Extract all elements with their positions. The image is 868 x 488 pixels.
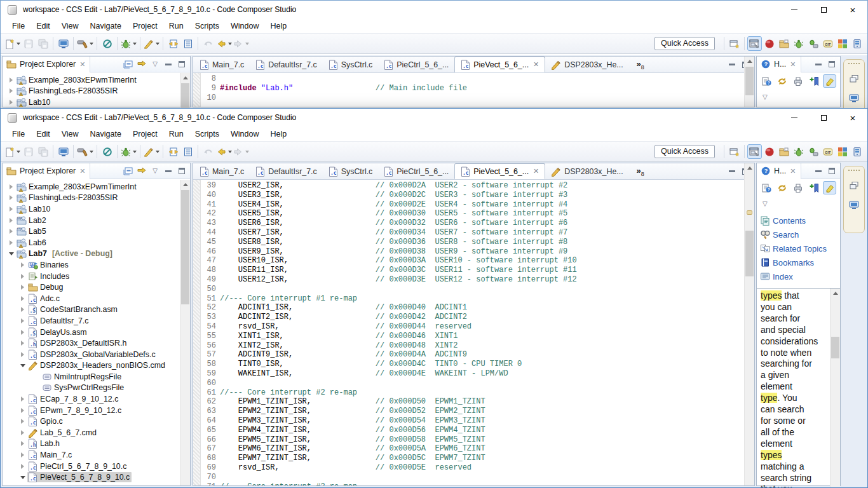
help-tab[interactable]: ? H... ✕ [757, 163, 801, 179]
help-show-in-toc-button[interactable]: ? [759, 181, 773, 194]
editor-tab[interactable]: .cSysCtrl.c [323, 57, 379, 72]
chevron-right-icon[interactable] [6, 100, 16, 105]
restore-views-button[interactable] [846, 72, 862, 88]
editor-scrollbar[interactable] [744, 163, 754, 485]
menu-item-run[interactable]: Run [163, 20, 189, 32]
perspective-button-persp-git[interactable]: GIT [820, 36, 835, 51]
editor-tab[interactable]: DSP2803x_He... [545, 57, 628, 72]
menu-item-window[interactable]: Window [225, 128, 264, 140]
collapse-all-button[interactable] [123, 166, 133, 176]
menu-item-file[interactable]: File [6, 128, 31, 140]
help-menu-arrow[interactable]: ▽ [757, 196, 840, 210]
tree-row[interactable]: Lab6 [3, 237, 179, 248]
help-highlight-button[interactable] [823, 74, 836, 88]
menu-item-window[interactable]: Window [225, 20, 264, 32]
tab-overflow-indicator[interactable]: »8 [637, 59, 644, 71]
quick-access-box[interactable]: Quick Access [654, 37, 715, 50]
link-editor-button[interactable] [137, 59, 147, 69]
forward-nav-dropdown-icon[interactable] [245, 43, 249, 45]
perspective-button-persp-resource[interactable] [835, 144, 850, 159]
chevron-right-icon[interactable] [6, 184, 16, 189]
perspective-button-persp-simple[interactable] [762, 144, 776, 159]
menu-item-scripts[interactable]: Scripts [189, 20, 225, 32]
chevron-right-icon[interactable] [18, 419, 27, 424]
flash-dropdown-icon[interactable] [156, 43, 159, 45]
scrollbar-up-button[interactable] [180, 180, 190, 189]
editor-tab[interactable]: DSP2803x_He... [545, 163, 628, 179]
tree-row[interactable]: FlashingLeds-F28035SIR [3, 193, 179, 204]
menu-item-run[interactable]: Run [163, 128, 189, 140]
scrollbar-thumb[interactable] [831, 337, 839, 358]
perspective-button-persp-debug-hw[interactable] [806, 36, 820, 51]
tab-close-icon[interactable]: ✕ [533, 167, 539, 175]
tree-row[interactable]: .cPieVect_5_6_7_8_9_10.c [3, 471, 179, 483]
menu-item-navigate[interactable]: Navigate [85, 128, 127, 140]
perspective-button-persp-ccs-edit[interactable] [747, 36, 762, 51]
chevron-right-icon[interactable] [18, 352, 27, 357]
new-file-dropdown-icon[interactable] [17, 43, 20, 45]
tree-row[interactable]: .cMain_7.c [3, 449, 179, 461]
menu-item-scripts[interactable]: Scripts [189, 128, 225, 140]
menu-item-edit[interactable]: Edit [31, 128, 56, 140]
toolbar-button-save[interactable] [21, 144, 36, 159]
maximize-view-button[interactable] [827, 166, 837, 176]
minimize-view-button[interactable] [727, 166, 737, 177]
build-dropdown-icon[interactable] [90, 151, 93, 153]
toolbar-button-forward-nav[interactable] [233, 144, 250, 159]
scrollbar-thumb[interactable] [745, 231, 754, 276]
help-highlight-button[interactable] [823, 181, 836, 194]
view-menu-button[interactable]: ▽ [150, 166, 160, 176]
chevron-right-icon[interactable] [6, 207, 16, 212]
scrollbar-up-button[interactable] [180, 73, 190, 83]
tree-row[interactable]: .SDelayUs.asm [3, 327, 179, 338]
menu-item-project[interactable]: Project [127, 128, 163, 140]
tree-row[interactable]: .hDSP2803x_DefaultISR.h [3, 337, 179, 349]
minimize-view-button[interactable] [813, 166, 824, 176]
toolbar-button-target-sync[interactable] [166, 144, 180, 159]
chevron-right-icon[interactable] [6, 240, 16, 245]
editor-tab[interactable]: .cPieCtrl_5_6_... [378, 57, 454, 72]
scrollbar-up-button[interactable] [745, 57, 754, 66]
code-editor[interactable]: 89#include "Lab.h" // Main include file1… [201, 73, 744, 107]
tree-row[interactable]: .cDSP2803x_GlobalVariableDefs.c [3, 349, 179, 360]
chevron-right-icon[interactable] [18, 464, 27, 469]
menu-item-view[interactable]: View [56, 20, 85, 32]
chevron-right-icon[interactable] [18, 408, 27, 413]
perspective-button-persp-resource[interactable] [835, 36, 850, 51]
project-tree[interactable]: Example_2803xEPwmTimerIntFlashingLeds-F2… [3, 180, 179, 485]
tree-row[interactable]: Lab10 [3, 203, 179, 215]
toolbar-button-undo[interactable] [201, 144, 215, 159]
toolbar-button-save[interactable] [21, 36, 36, 51]
maximize-button[interactable] [809, 1, 838, 18]
forward-nav-dropdown-icon[interactable] [245, 151, 249, 153]
editor-tab[interactable]: .cPieCtrl_5_6_... [378, 163, 454, 179]
help-print-button[interactable] [791, 181, 804, 194]
view-menu-button[interactable]: ▽ [150, 59, 160, 69]
tree-row[interactable]: Lab7[Active - Debug] [3, 248, 179, 260]
toolbar-button-back-nav[interactable] [215, 36, 233, 51]
toolbar-button-bug[interactable] [120, 36, 137, 51]
toolbar-button-undo[interactable] [201, 36, 215, 51]
tree-row[interactable]: FlashingLeds-F28035SIR [3, 86, 179, 97]
toolbar-button-flash[interactable] [143, 36, 160, 51]
build-dropdown-icon[interactable] [90, 43, 93, 45]
maximize-view-button[interactable] [177, 166, 187, 176]
help-scrollbar[interactable] [830, 288, 840, 487]
tree-row[interactable]: .cECap_7_8_9_10_12.c [3, 393, 179, 405]
perspective-button-persp-git[interactable]: GIT [820, 144, 835, 159]
tree-row[interactable]: .SCodeStartBranch.asm [3, 304, 179, 316]
perspective-button-persp-debug-hw[interactable] [806, 144, 820, 159]
perspective-button-persp-simple[interactable] [762, 36, 776, 51]
project-explorer-tab[interactable]: Project Explorer ✕ [3, 57, 90, 72]
explorer-scrollbar[interactable] [180, 180, 190, 485]
new-file-dropdown-icon[interactable] [17, 151, 20, 153]
editor-tab[interactable]: .cDefaultIsr_7.c [250, 57, 322, 72]
editor-tab[interactable]: .cMain_7.c [194, 57, 250, 72]
chevron-right-icon[interactable] [18, 285, 27, 290]
link-editor-button[interactable] [137, 166, 147, 176]
tree-row[interactable]: 1001Binaries [3, 259, 179, 271]
minimize-view-button[interactable] [163, 166, 173, 176]
scrollbar-down-button[interactable] [831, 485, 840, 487]
chevron-right-icon[interactable] [18, 307, 27, 312]
chevron-down-icon[interactable] [18, 476, 27, 479]
